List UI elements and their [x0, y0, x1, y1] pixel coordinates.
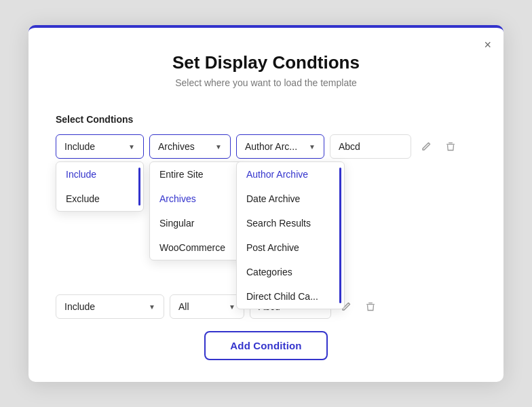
scrollbar-3 — [339, 168, 341, 303]
author-arc-dropdown-btn[interactable]: Author Arc... ▼ — [236, 134, 324, 159]
include-chevron-1: ▼ — [128, 143, 135, 151]
include-dropdown-wrapper-2: Include ▼ — [56, 294, 164, 319]
include-chevron-2: ▼ — [149, 303, 155, 311]
author-arc-option-author-archive[interactable]: Author Archive — [237, 162, 344, 187]
author-arc-option-search-results[interactable]: Search Results — [237, 211, 344, 235]
include-dropdown-wrapper-1: Include ▼ Include Exclude — [56, 134, 144, 159]
close-button[interactable]: × — [484, 39, 491, 51]
modal-body: Select Condtions Include ▼ Include Exclu… — [28, 95, 504, 382]
include-dropdown-value-2: Include — [64, 301, 95, 312]
modal-title: Set Display Condtions — [56, 52, 476, 73]
edit-icon — [421, 141, 432, 152]
author-arc-option-date-archive[interactable]: Date Archive — [237, 187, 344, 211]
author-arc-dropdown-menu: Author Archive Date Archive Search Resul… — [236, 161, 345, 309]
modal: × Set Display Condtions Select where you… — [28, 25, 504, 382]
archives-option-archives[interactable]: Archives — [150, 187, 244, 211]
author-arc-chevron: ▼ — [309, 143, 316, 151]
all-dropdown-value: All — [178, 301, 189, 312]
row2-delete-button[interactable] — [361, 298, 380, 315]
include-dropdown-btn-1[interactable]: Include ▼ — [56, 134, 144, 159]
author-arc-dropdown-wrapper: Author Arc... ▼ Author Archive Date Arch… — [236, 134, 324, 159]
include-dropdown-btn-2[interactable]: Include ▼ — [56, 294, 164, 319]
archives-option-singular[interactable]: Singular — [150, 211, 244, 235]
all-dropdown-wrapper: All ▼ — [170, 294, 244, 319]
row1-text-input[interactable] — [330, 134, 411, 159]
archives-option-entire-site[interactable]: Entire Site — [150, 162, 244, 187]
include-option-exclude[interactable]: Exclude — [56, 187, 143, 211]
delete-icon-2 — [365, 301, 376, 312]
svg-rect-0 — [446, 144, 455, 144]
delete-icon — [445, 141, 456, 152]
add-condition-button[interactable]: Add Condition — [204, 331, 327, 360]
svg-rect-2 — [366, 304, 375, 305]
archives-dropdown-value: Archives — [158, 141, 195, 152]
include-dropdown-menu-1: Include Exclude — [56, 161, 144, 212]
section-label: Select Condtions — [56, 114, 476, 125]
svg-rect-1 — [449, 142, 453, 143]
row1-delete-button[interactable] — [441, 138, 460, 155]
svg-rect-3 — [368, 303, 373, 303]
modal-subtitle: Select where you want to load the templa… — [56, 77, 476, 88]
archives-dropdown-menu: Entire Site Archives Singular WooCommerc… — [149, 161, 244, 260]
modal-overlay: × Set Display Condtions Select where you… — [0, 0, 532, 407]
archives-option-woocommerce[interactable]: WooCommerce — [150, 235, 244, 260]
scrollbar-1 — [138, 168, 140, 206]
row1-edit-button[interactable] — [417, 138, 436, 155]
include-option-include[interactable]: Include — [56, 162, 143, 187]
author-arc-dropdown-value: Author Arc... — [245, 141, 297, 152]
author-arc-option-post-archive[interactable]: Post Archive — [237, 235, 344, 260]
archives-dropdown-wrapper: Archives ▼ Entire Site Archives Singular… — [149, 134, 231, 159]
archives-chevron: ▼ — [215, 143, 222, 151]
all-dropdown-btn[interactable]: All ▼ — [170, 294, 244, 319]
author-arc-option-direct-child[interactable]: Direct Child Ca... — [237, 284, 344, 309]
include-dropdown-value-1: Include — [64, 141, 95, 152]
modal-header: Set Display Condtions Select where you w… — [28, 28, 504, 95]
all-chevron: ▼ — [229, 303, 235, 311]
condition-row-1: Include ▼ Include Exclude Archives ▼ — [56, 134, 476, 159]
author-arc-option-categories[interactable]: Categories — [237, 260, 344, 284]
archives-dropdown-btn[interactable]: Archives ▼ — [149, 134, 231, 159]
